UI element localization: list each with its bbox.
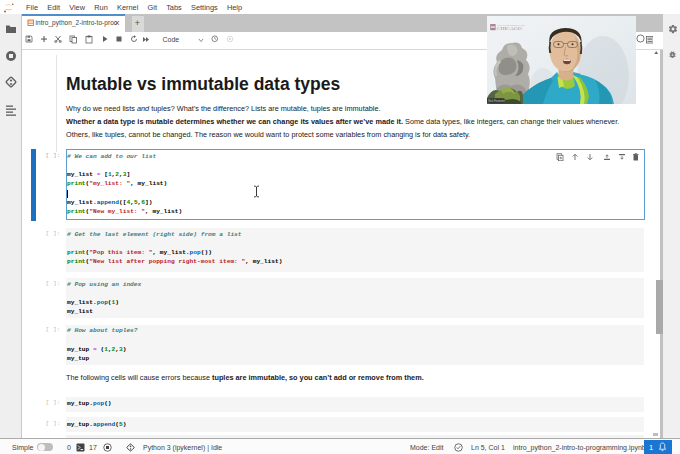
svg-text:CHICAGO: CHICAGO — [496, 26, 522, 31]
svg-text:Nick Feamster: Nick Feamster — [488, 99, 505, 103]
